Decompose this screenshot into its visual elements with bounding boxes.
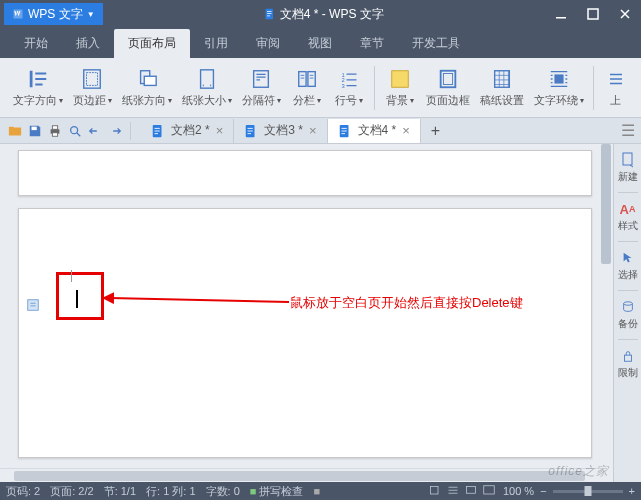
window-title: 文档4 * - WPS 文字 — [103, 6, 545, 23]
statusbar: 页码: 2 页面: 2/2 节: 1/1 行: 1 列: 1 字数: 0 ■拼写… — [0, 482, 641, 500]
svg-rect-37 — [466, 487, 475, 494]
menu-section[interactable]: 章节 — [346, 29, 398, 58]
vertical-scrollbar[interactable] — [599, 144, 613, 464]
status-section[interactable]: 节: 1/1 — [104, 484, 136, 499]
ribbon-separator — [593, 66, 594, 110]
menu-insert[interactable]: 插入 — [62, 29, 114, 58]
svg-rect-13 — [299, 72, 306, 87]
styles-icon: AA — [620, 201, 636, 217]
print-preview-button[interactable] — [66, 122, 84, 140]
status-char-count[interactable]: 字数: 0 — [206, 484, 240, 499]
save-button[interactable] — [26, 122, 44, 140]
page-2 — [18, 208, 592, 458]
doc-tab-4[interactable]: 文档4 * × — [328, 119, 421, 143]
menu-dev-tools[interactable]: 开发工具 — [398, 29, 474, 58]
section-marker-icon — [26, 298, 40, 312]
menu-page-layout[interactable]: 页面布局 — [114, 29, 190, 58]
svg-point-34 — [623, 302, 632, 306]
view-print-layout[interactable] — [427, 484, 443, 498]
svg-rect-3 — [267, 16, 270, 17]
document-tabs: 文档2 * × 文档3 * × 文档4 * × + — [141, 119, 615, 143]
sidepanel-select[interactable]: 选择 — [616, 246, 640, 286]
breaks-icon — [249, 67, 273, 91]
sidepanel-new[interactable]: 新建 — [616, 148, 640, 188]
tab-list-button[interactable]: ☰ — [615, 121, 641, 140]
app-menu-dropdown-icon: ▼ — [87, 10, 95, 19]
ribbon-line-numbers[interactable]: 123 行号▾ — [328, 65, 370, 110]
status-row-col[interactable]: 行: 1 列: 1 — [146, 484, 196, 499]
sidepanel-backup[interactable]: 备份 — [616, 295, 640, 335]
minimize-button[interactable] — [545, 0, 577, 28]
doc-icon — [244, 124, 258, 138]
svg-rect-12 — [254, 71, 269, 88]
horizontal-scrollbar[interactable] — [0, 468, 599, 482]
wps-logo-icon — [12, 8, 24, 20]
doc-tab-2[interactable]: 文档2 * × — [141, 119, 234, 143]
doc-tab-3[interactable]: 文档3 * × — [234, 119, 327, 143]
ribbon-manuscript[interactable]: 稿纸设置 — [475, 65, 529, 110]
svg-rect-22 — [555, 74, 564, 83]
svg-rect-20 — [444, 74, 453, 85]
document-tabbar: 文档2 * × 文档3 * × 文档4 * × + ☰ — [0, 118, 641, 144]
ribbon: 文字方向▾ 页边距▾ 纸张方向▾ 纸张大小▾ 分隔符▾ 分栏▾ 123 行号▾ … — [0, 58, 641, 118]
ribbon-separator — [374, 66, 375, 110]
ribbon-more[interactable]: 上 — [598, 65, 633, 110]
scrollbar-thumb[interactable] — [601, 144, 611, 264]
menu-references[interactable]: 引用 — [190, 29, 242, 58]
ribbon-page-border[interactable]: 页面边框 — [421, 65, 475, 110]
status-insert-mode[interactable]: ■ — [313, 485, 320, 497]
tab-close-icon[interactable]: × — [216, 123, 224, 138]
svg-text:3: 3 — [342, 83, 345, 89]
maximize-button[interactable] — [577, 0, 609, 28]
ribbon-breaks[interactable]: 分隔符▾ — [237, 65, 286, 110]
status-spellcheck[interactable]: ■拼写检查 — [250, 484, 304, 499]
status-page-of[interactable]: 页面: 2/2 — [50, 484, 93, 499]
ribbon-columns[interactable]: 分栏▾ — [286, 65, 328, 110]
ribbon-margins[interactable]: 页边距▾ — [68, 65, 117, 110]
menu-start[interactable]: 开始 — [10, 29, 62, 58]
zoom-in-button[interactable]: + — [629, 485, 635, 497]
zoom-value[interactable]: 100 % — [503, 485, 534, 497]
orientation-icon — [135, 67, 159, 91]
view-web[interactable] — [463, 484, 479, 498]
print-button[interactable] — [46, 122, 64, 140]
zoom-slider[interactable] — [553, 490, 623, 493]
ribbon-size[interactable]: 纸张大小▾ — [177, 65, 237, 110]
new-tab-button[interactable]: + — [421, 122, 450, 140]
document-area[interactable]: 鼠标放于空白页开始然后直接按Delete键 — [0, 144, 613, 482]
ribbon-orientation[interactable]: 纸张方向▾ — [117, 65, 177, 110]
tab-close-icon[interactable]: × — [309, 123, 317, 138]
margins-icon — [80, 67, 104, 91]
menu-review[interactable]: 审阅 — [242, 29, 294, 58]
view-mode-buttons — [427, 484, 497, 498]
annotation-text: 鼠标放于空白页开始然后直接按Delete键 — [290, 294, 523, 312]
status-page-number[interactable]: 页码: 2 — [6, 484, 40, 499]
ribbon-text-direction[interactable]: 文字方向▾ — [8, 65, 68, 110]
tab-close-icon[interactable]: × — [402, 123, 410, 138]
titlebar: WPS 文字 ▼ 文档4 * - WPS 文字 — [0, 0, 641, 28]
svg-rect-38 — [484, 486, 495, 494]
text-cursor — [76, 290, 78, 308]
side-panel: 新建 AA 样式 选择 备份 限制 — [613, 144, 641, 482]
ribbon-text-wrap[interactable]: 文字环绕▾ — [529, 65, 589, 110]
lock-icon — [620, 348, 636, 364]
page-border-icon — [436, 67, 460, 91]
close-button[interactable] — [609, 0, 641, 28]
redo-button[interactable] — [106, 122, 124, 140]
menu-view[interactable]: 视图 — [294, 29, 346, 58]
window-controls — [545, 0, 641, 28]
scrollbar-thumb[interactable] — [14, 471, 585, 481]
svg-rect-35 — [624, 355, 631, 361]
ribbon-background[interactable]: 背景▾ — [379, 65, 421, 110]
zoom-out-button[interactable]: − — [540, 485, 546, 497]
open-button[interactable] — [6, 122, 24, 140]
page-1 — [18, 150, 592, 196]
view-fullscreen[interactable] — [481, 484, 497, 498]
text-wrap-icon — [547, 67, 571, 91]
view-outline[interactable] — [445, 484, 461, 498]
undo-button[interactable] — [86, 122, 104, 140]
app-menu-badge[interactable]: WPS 文字 ▼ — [4, 3, 103, 25]
sidepanel-restrict[interactable]: 限制 — [616, 344, 640, 384]
svg-rect-8 — [87, 73, 98, 86]
sidepanel-styles[interactable]: AA 样式 — [616, 197, 640, 237]
